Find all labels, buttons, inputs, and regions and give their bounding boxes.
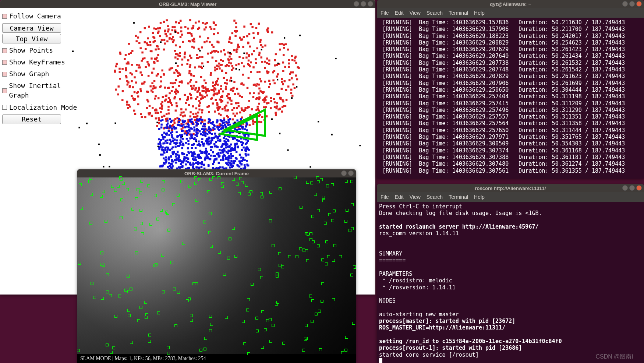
rosbag-terminal-titlebar[interactable]: qyz@Alienware: ~: [377, 0, 644, 8]
point-cloud-view[interactable]: [70, 19, 372, 170]
menu-view[interactable]: View: [410, 10, 421, 16]
menu-help[interactable]: Help: [474, 194, 485, 200]
svg-rect-649: [131, 50, 133, 52]
svg-rect-1614: [86, 123, 88, 124]
svg-rect-150: [139, 88, 141, 90]
svg-rect-630: [187, 121, 189, 123]
roscore-terminal-titlebar[interactable]: roscore http://Alienware:11311/: [377, 184, 644, 192]
show-keyframes-checkbox[interactable]: Show KeyFrames: [2, 56, 81, 68]
svg-rect-1449: [191, 118, 192, 120]
svg-rect-238: [255, 58, 256, 60]
svg-rect-87: [260, 121, 262, 123]
show-graph-checkbox[interactable]: Show Graph: [2, 68, 81, 80]
svg-rect-1476: [225, 121, 227, 123]
close-icon[interactable]: [368, 1, 373, 7]
follow-camera-checkbox[interactable]: Follow Camera: [2, 10, 81, 22]
svg-rect-39: [283, 47, 285, 49]
svg-rect-452: [247, 63, 249, 65]
svg-rect-1407: [206, 133, 208, 135]
menu-file[interactable]: File: [381, 194, 389, 200]
svg-rect-269: [174, 96, 176, 98]
svg-rect-559: [274, 82, 276, 84]
svg-rect-486: [166, 95, 167, 96]
svg-rect-1279: [161, 134, 163, 136]
maximize-icon[interactable]: [361, 1, 366, 7]
svg-rect-183: [161, 39, 163, 41]
map-viewer-titlebar[interactable]: ORB-SLAM3: Map Viewer: [0, 0, 375, 8]
camera-view-button[interactable]: Camera View: [2, 23, 61, 33]
svg-rect-781: [167, 28, 169, 30]
menu-terminal[interactable]: Terminal: [449, 194, 468, 200]
svg-rect-343: [173, 39, 174, 41]
minimize-icon[interactable]: [341, 170, 347, 176]
show-points-checkbox[interactable]: Show Points: [2, 45, 81, 56]
svg-rect-122: [265, 106, 266, 108]
svg-rect-728: [231, 32, 233, 34]
menu-file[interactable]: File: [381, 10, 389, 16]
svg-rect-57: [258, 71, 260, 73]
svg-rect-587: [151, 72, 153, 74]
close-icon[interactable]: [636, 1, 642, 7]
svg-rect-1384: [226, 144, 228, 145]
roscore-terminal-menubar: FileEditViewSearchTerminalHelp: [377, 192, 644, 202]
svg-rect-481: [229, 56, 230, 57]
close-icon[interactable]: [348, 170, 354, 176]
menu-search[interactable]: Search: [427, 194, 443, 200]
svg-rect-699: [155, 87, 156, 88]
svg-rect-1469: [244, 135, 246, 137]
close-icon[interactable]: [636, 185, 642, 191]
svg-rect-719: [201, 56, 203, 58]
minimize-icon[interactable]: [622, 185, 628, 191]
reset-button[interactable]: Reset: [2, 114, 61, 124]
svg-rect-79: [161, 70, 163, 71]
svg-rect-138: [161, 108, 163, 109]
show-inertial-graph-checkbox[interactable]: Show Inertial Graph: [2, 80, 81, 101]
svg-rect-1482: [200, 157, 202, 159]
svg-rect-683: [220, 64, 222, 66]
svg-rect-445: [125, 75, 127, 77]
menu-help[interactable]: Help: [474, 10, 485, 16]
svg-rect-1088: [201, 166, 202, 168]
svg-rect-1517: [192, 167, 194, 169]
top-view-button[interactable]: Top View: [2, 34, 61, 43]
maximize-icon[interactable]: [629, 185, 635, 191]
svg-rect-575: [149, 85, 151, 87]
svg-rect-889: [264, 61, 266, 63]
menu-edit[interactable]: Edit: [395, 10, 404, 16]
maximize-icon[interactable]: [629, 1, 635, 7]
svg-rect-504: [146, 107, 148, 109]
svg-rect-205: [147, 101, 149, 102]
svg-rect-1403: [246, 142, 248, 144]
svg-rect-175: [116, 63, 117, 65]
svg-rect-454: [291, 59, 293, 61]
svg-rect-687: [206, 40, 208, 42]
localization-mode-checkbox[interactable]: Localization Mode: [2, 102, 81, 113]
svg-rect-569: [220, 59, 222, 61]
svg-rect-190: [253, 37, 255, 39]
roscore-terminal-output[interactable]: Press Ctrl-C to interrupt Done checking …: [377, 202, 644, 363]
rosbag-terminal-output[interactable]: [RUNNING] Bag Time: 1403636629.157836 Du…: [377, 18, 644, 179]
svg-rect-826: [175, 69, 177, 71]
menu-view[interactable]: View: [410, 194, 421, 200]
svg-rect-749: [146, 99, 148, 101]
minimize-icon[interactable]: [622, 1, 628, 7]
svg-rect-742: [213, 94, 215, 96]
svg-rect-590: [176, 117, 178, 119]
svg-rect-1545: [170, 155, 172, 157]
svg-rect-197: [239, 95, 241, 96]
menu-search[interactable]: Search: [427, 10, 443, 16]
svg-rect-598: [252, 120, 254, 122]
svg-rect-752: [210, 98, 212, 100]
svg-rect-279: [192, 105, 194, 107]
menu-edit[interactable]: Edit: [395, 194, 404, 200]
svg-rect-868: [180, 36, 181, 38]
minimize-icon[interactable]: [354, 1, 359, 7]
svg-rect-1463: [171, 120, 173, 121]
svg-rect-226: [118, 68, 120, 70]
svg-rect-1501: [230, 155, 232, 157]
svg-rect-30: [258, 22, 260, 24]
current-frame-window: ORB-SLAM3: Current Frame SLAM MODE | Map…: [77, 169, 356, 363]
menu-terminal[interactable]: Terminal: [449, 10, 468, 16]
svg-rect-1526: [238, 128, 240, 130]
svg-rect-1480: [216, 136, 218, 138]
